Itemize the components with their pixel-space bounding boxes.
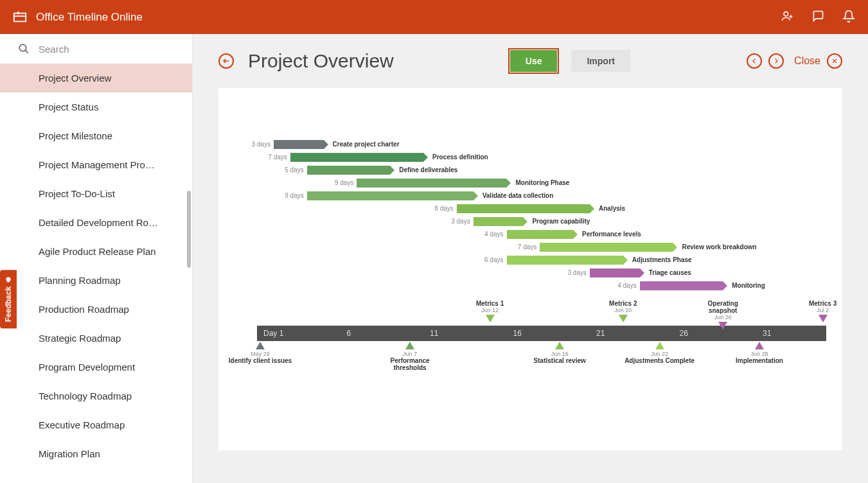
- task-label: Monitoring: [732, 282, 765, 289]
- task-bar[interactable]: [507, 256, 623, 265]
- milestone-date: Jul 2: [797, 307, 849, 313]
- use-button[interactable]: Use: [510, 50, 558, 72]
- milestone-label: Identify client issues: [225, 357, 296, 364]
- sidebar-item[interactable]: Executive Roadmap: [0, 410, 192, 439]
- milestone-bottom[interactable]: Jun 16Statistical review: [524, 342, 595, 364]
- close-x-button[interactable]: [827, 53, 842, 69]
- milestone-bottom[interactable]: Jun 22Adjustments Complete: [624, 342, 695, 364]
- sidebar-item[interactable]: Strategic Roadmap: [0, 324, 192, 353]
- bell-icon[interactable]: [842, 10, 855, 25]
- milestone-bottom[interactable]: Jun 28Implementation: [724, 342, 795, 364]
- task-label: Define deliverables: [399, 166, 457, 173]
- import-button[interactable]: Import: [571, 50, 630, 72]
- milestone-arrow-down-icon: [718, 322, 727, 329]
- toolbar: Project Overview Use Import Close: [218, 50, 842, 72]
- axis-tick: 11: [430, 329, 438, 338]
- svg-point-3: [784, 12, 788, 16]
- milestone-arrow-up-icon: [655, 342, 664, 349]
- task-bar[interactable]: [274, 140, 324, 149]
- task-bar[interactable]: [290, 153, 423, 162]
- milestone-bottom[interactable]: May 29Identify client issues: [225, 342, 296, 364]
- task-label: Adjustments Phase: [632, 256, 692, 263]
- chevron-right-icon: [773, 58, 779, 64]
- arrow-left-icon: [222, 57, 230, 65]
- sidebar-item[interactable]: Project Status: [0, 92, 192, 121]
- sidebar-item[interactable]: Program Development: [0, 353, 192, 382]
- task-bar[interactable]: [507, 230, 574, 239]
- close-button[interactable]: Close: [794, 55, 820, 67]
- task-duration: 5 days: [278, 166, 304, 173]
- search-row[interactable]: Search: [0, 34, 192, 64]
- milestone-date: Jun 20: [598, 307, 649, 313]
- task-label: Analysis: [599, 205, 625, 212]
- axis-tick: 26: [680, 329, 688, 338]
- sidebar-item[interactable]: Planning Roadmap: [0, 266, 192, 295]
- axis-tick: Day 1: [263, 329, 283, 338]
- milestone-date: Jun 12: [465, 307, 516, 313]
- back-button[interactable]: [218, 53, 234, 69]
- sidebar-item[interactable]: Project Overview: [0, 64, 192, 92]
- milestone-top[interactable]: Metrics 2Jun 20: [598, 300, 649, 322]
- task-bar[interactable]: [474, 217, 524, 226]
- milestone-arrow-down-icon: [819, 315, 828, 322]
- axis-tick: 31: [763, 329, 771, 338]
- svg-rect-0: [14, 13, 26, 21]
- task-label: Review work breakdown: [682, 243, 757, 250]
- close-icon: [831, 58, 838, 64]
- svg-point-6: [19, 44, 26, 51]
- sidebar-item[interactable]: Production Roadmap: [0, 295, 192, 324]
- milestone-top[interactable]: Metrics 1Jun 12: [465, 300, 516, 322]
- feedback-label: Feedback: [4, 286, 13, 322]
- svg-line-7: [25, 50, 28, 53]
- sidebar-item[interactable]: Project To-Do-List: [0, 179, 192, 208]
- task-bar[interactable]: [457, 204, 590, 213]
- task-bar[interactable]: [307, 191, 474, 200]
- milestone-arrow-down-icon: [486, 315, 495, 322]
- task-bar[interactable]: [540, 243, 673, 252]
- task-duration: 3 days: [561, 269, 587, 276]
- feedback-tab[interactable]: Feedback: [0, 270, 17, 328]
- comment-icon[interactable]: [811, 10, 824, 25]
- task-bar[interactable]: [640, 281, 723, 290]
- task-label: Monitoring Phase: [516, 179, 570, 186]
- milestone-date: Jun 28: [724, 351, 795, 357]
- milestone-top[interactable]: Operating snapshotJun 26: [697, 300, 748, 329]
- milestone-arrow-up-icon: [256, 342, 265, 349]
- milestone-date: Jun 26: [697, 314, 748, 321]
- sidebar-item[interactable]: Agile Product Release Plan: [0, 237, 192, 266]
- task-duration: 4 days: [478, 231, 504, 238]
- sidebar-item[interactable]: Detailed Development Ro…: [0, 208, 192, 237]
- milestone-arrow-down-icon: [619, 315, 628, 322]
- sidebar-item[interactable]: Project Milestone: [0, 121, 192, 150]
- sidebar-item[interactable]: Migration Plan: [0, 439, 192, 468]
- task-bar[interactable]: [590, 268, 640, 277]
- sidebar-item[interactable]: Project Management Pro…: [0, 150, 192, 179]
- task-duration: 3 days: [245, 141, 270, 148]
- milestone-label: Operating snapshot: [697, 300, 748, 314]
- milestone-date: Jun 16: [524, 351, 595, 357]
- sidebar-scrollbar[interactable]: [187, 191, 191, 268]
- next-button[interactable]: [768, 53, 784, 69]
- user-add-icon[interactable]: [781, 10, 793, 25]
- search-icon: [18, 43, 30, 55]
- milestone-label: Adjustments Complete: [624, 357, 695, 364]
- task-bar[interactable]: [307, 166, 391, 175]
- milestone-label: Implementation: [724, 357, 795, 364]
- milestone-top[interactable]: Metrics 3Jul 2: [797, 300, 849, 322]
- task-duration: 4 days: [611, 282, 637, 289]
- task-duration: 6 days: [478, 256, 504, 263]
- sidebar-item[interactable]: Technology Roadmap: [0, 382, 192, 410]
- milestone-arrow-up-icon: [555, 342, 564, 349]
- axis-tick: 16: [513, 329, 522, 338]
- sidebar: Search Project OverviewProject StatusPro…: [0, 34, 193, 483]
- milestone-label: Metrics 2: [598, 300, 649, 307]
- chevron-left-icon: [751, 58, 757, 64]
- milestone-arrow-up-icon: [405, 342, 414, 349]
- milestone-bottom[interactable]: Jun 7Performance thresholds: [375, 342, 445, 371]
- task-label: Triage causes: [649, 269, 691, 276]
- prev-button[interactable]: [747, 53, 762, 69]
- task-label: Process definition: [432, 154, 488, 161]
- task-bar[interactable]: [357, 179, 506, 188]
- app-header: Office Timeline Online: [0, 0, 868, 34]
- task-duration: 9 days: [278, 192, 304, 199]
